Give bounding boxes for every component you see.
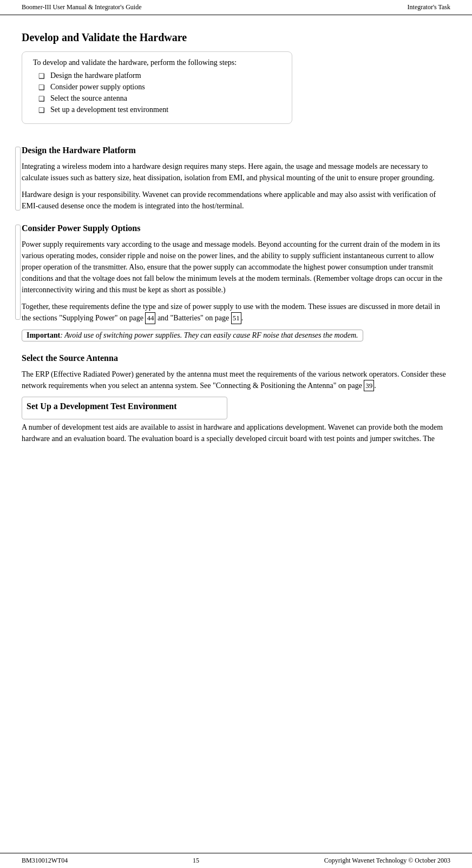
- header-right: Integrator's Task: [408, 3, 450, 11]
- important-body: : Avoid use of switching power supplies.…: [60, 331, 358, 339]
- page-footer: BM310012WT04 15 Copyright Wavenet Techno…: [0, 853, 472, 868]
- section-antenna: Select the Source Antenna The ERP (Effec…: [22, 353, 450, 392]
- power-para-2: Together, these requirements define the …: [22, 301, 450, 324]
- section-body-design: Integrating a wireless modem into a hard…: [22, 161, 450, 212]
- checklist-item-2: Consider power supply options: [38, 83, 281, 92]
- design-para-1: Integrating a wireless modem into a hard…: [22, 161, 450, 183]
- intro-text: To develop and validate the hardware, pe…: [33, 58, 281, 67]
- section-side-decoration-power: [15, 225, 21, 320]
- design-para-2: Hardware design is your responsibility. …: [22, 189, 450, 212]
- section-body-power: Power supply requirements vary according…: [22, 239, 450, 324]
- section-body-devtest: A number of development test aids are av…: [22, 422, 450, 444]
- section-heading-design: Design the Hardware Platform: [22, 146, 450, 155]
- power-para-1: Power supply requirements vary according…: [22, 239, 450, 295]
- intro-box: To develop and validate the hardware, pe…: [22, 51, 292, 124]
- section-body-antenna: The ERP (Effective Radiated Power) gener…: [22, 369, 450, 392]
- page-title: Develop and Validate the Hardware: [22, 31, 450, 44]
- section-heading-antenna: Select the Source Antenna: [22, 353, 450, 363]
- section-dev-test: Set Up a Development Test Environment A …: [22, 397, 450, 444]
- section-side-decoration: [15, 147, 21, 211]
- important-note: Important: Avoid use of switching power …: [22, 330, 450, 341]
- antenna-para-1: The ERP (Effective Radiated Power) gener…: [22, 369, 450, 392]
- footer-right: Copyright Wavenet Technology © October 2…: [324, 857, 450, 865]
- checklist-item-3: Select the source antenna: [38, 94, 281, 103]
- section-power-supply: Consider Power Supply Options Power supp…: [22, 223, 450, 341]
- footer-center: 15: [193, 857, 199, 865]
- section-design-hardware: Design the Hardware Platform Integrating…: [22, 146, 450, 212]
- section-heading-power: Consider Power Supply Options: [22, 223, 450, 233]
- checklist-item-1: Design the hardware platform: [38, 71, 281, 81]
- page-ref-51: 51: [231, 312, 241, 324]
- page-header: Boomer-III User Manual & Integrator's Gu…: [0, 0, 472, 15]
- checklist: Design the hardware platform Consider po…: [33, 71, 281, 115]
- dev-test-section-box: Set Up a Development Test Environment: [22, 397, 227, 419]
- checklist-item-4: Set up a development test environment: [38, 106, 281, 115]
- header-left: Boomer-III User Manual & Integrator's Gu…: [22, 3, 142, 11]
- footer-left: BM310012WT04: [22, 857, 68, 865]
- section-heading-devtest: Set Up a Development Test Environment: [27, 402, 222, 411]
- page-ref-39: 39: [364, 380, 374, 392]
- page-ref-44: 44: [145, 312, 155, 324]
- important-label: Important: [27, 331, 60, 339]
- devtest-para-1: A number of development test aids are av…: [22, 422, 450, 444]
